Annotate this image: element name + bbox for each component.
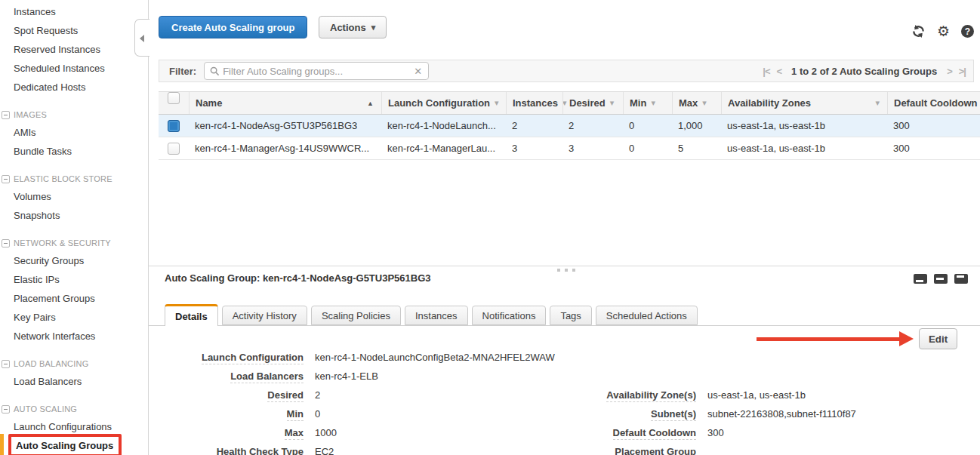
annotation-arrow-head — [899, 331, 914, 346]
sidebar-item-bundle-tasks[interactable]: Bundle Tasks — [0, 142, 148, 161]
tab-instances[interactable]: Instances — [405, 306, 468, 325]
field-subnets: Subnet(s) subnet-22163808,subnet-f1110f8… — [557, 408, 856, 420]
panel-layout-bottom-icon[interactable] — [914, 274, 927, 284]
chevron-down-icon: ▾ — [371, 23, 376, 32]
field-desired: Desired 2 — [165, 389, 320, 401]
sidebar-item-security-groups[interactable]: Security Groups — [0, 251, 148, 270]
sidebar-section-ebs[interactable]: ELASTIC BLOCK STORE — [0, 171, 148, 187]
tab-scheduled-actions[interactable]: Scheduled Actions — [596, 306, 698, 325]
sidebar-section-network-security[interactable]: NETWORK & SECURITY — [0, 235, 148, 251]
sidebar-section-images[interactable]: IMAGES — [0, 106, 148, 123]
panel-layout-top-icon[interactable] — [954, 274, 968, 284]
table-row[interactable]: ken-rc4-1-ManagerAsg-14US9WWCR... ken-rc… — [159, 137, 980, 160]
actions-button-label: Actions — [330, 22, 366, 33]
column-header-desired[interactable]: Desired ▾ — [562, 92, 623, 114]
column-header-instances[interactable]: Instances ▾ — [506, 92, 562, 114]
sidebar-item-network-interfaces[interactable]: Network Interfaces — [0, 327, 148, 346]
tab-tags[interactable]: Tags — [550, 306, 591, 325]
gear-icon[interactable]: ⚙ — [937, 24, 950, 38]
cell-availability-zones: us-east-1a, us-east-1b — [721, 120, 887, 131]
actions-button[interactable]: Actions ▾ — [319, 16, 387, 38]
sidebar-section-load-balancing[interactable]: LOAD BALANCING — [0, 355, 148, 372]
column-label: Availability Zones — [728, 97, 811, 109]
paging-last-icon[interactable]: >| — [959, 66, 966, 77]
field-default-cooldown: Default Cooldown 300 — [557, 427, 724, 438]
cell-desired: 2 — [562, 120, 623, 131]
field-label: Placement Group — [557, 446, 696, 455]
column-header-name[interactable]: Name ▲ — [189, 92, 381, 114]
create-auto-scaling-group-button[interactable]: Create Auto Scaling group — [159, 16, 307, 38]
field-label: Availability Zone(s) — [557, 389, 696, 401]
cell-default-cooldown: 300 — [887, 143, 980, 154]
active-item-bar — [0, 434, 4, 455]
sidebar-item-scheduled-instances[interactable]: Scheduled Instances — [0, 59, 148, 78]
sidebar-item-key-pairs[interactable]: Key Pairs — [0, 308, 148, 327]
collapse-section-icon — [2, 111, 10, 119]
refresh-icon[interactable] — [911, 24, 926, 38]
panel-divider — [149, 266, 980, 266]
sidebar-item-instances[interactable]: Instances — [0, 2, 148, 21]
tab-activity-history[interactable]: Activity History — [222, 306, 307, 325]
paging-next-icon[interactable]: > — [947, 66, 952, 77]
help-icon[interactable]: ? — [961, 25, 974, 38]
sidebar-item-snapshots[interactable]: Snapshots — [0, 206, 148, 225]
field-min: Min 0 — [165, 408, 320, 420]
panel-layout-split-icon[interactable] — [934, 274, 948, 284]
pagination: |< < 1 to 2 of 2 Auto Scaling Groups > >… — [763, 66, 966, 77]
details-tabs: Details Activity History Scaling Policie… — [165, 304, 698, 326]
column-caret-icon: ▾ — [702, 98, 707, 108]
sidebar-section-auto-scaling[interactable]: AUTO SCALING — [0, 401, 148, 417]
field-value: 0 — [315, 408, 320, 420]
auto-scaling-groups-table: Name ▲ Launch Configuration ▾ Instances … — [159, 91, 980, 160]
column-label: Instances — [513, 97, 558, 109]
column-label: Max — [679, 97, 698, 109]
sidebar-item-spot-requests[interactable]: Spot Requests — [0, 21, 148, 40]
sidebar-item-reserved-instances[interactable]: Reserved Instances — [0, 40, 148, 59]
sidebar-item-dedicated-hosts[interactable]: Dedicated Hosts — [0, 78, 148, 97]
sidebar-collapse-handle[interactable] — [134, 19, 149, 57]
sidebar-item-load-balancers[interactable]: Load Balancers — [0, 372, 148, 391]
tab-details[interactable]: Details — [165, 304, 218, 326]
sidebar-item-volumes[interactable]: Volumes — [0, 187, 148, 206]
pagination-text: 1 to 2 of 2 Auto Scaling Groups — [791, 66, 937, 77]
paging-prev-icon[interactable]: < — [776, 66, 781, 77]
cell-desired: 3 — [562, 143, 623, 154]
column-header-availability-zones[interactable]: Availability Zones ▾ — [721, 92, 887, 114]
field-label: Max — [165, 427, 304, 438]
collapse-section-icon — [2, 175, 10, 183]
column-header-default-cooldown[interactable]: Default Cooldown — [887, 92, 980, 114]
tab-scaling-policies[interactable]: Scaling Policies — [311, 306, 401, 325]
field-label: Desired — [165, 389, 304, 401]
filter-bar: Filter: ✕ |< < 1 to 2 of 2 Auto Scaling … — [159, 60, 974, 82]
column-caret-icon: ▾ — [610, 98, 615, 108]
ec2-console: Instances Spot Requests Reserved Instanc… — [0, 0, 980, 455]
column-header-max[interactable]: Max ▾ — [672, 92, 721, 114]
clear-icon[interactable]: ✕ — [414, 66, 422, 77]
panel-resize-handle[interactable] — [557, 269, 575, 272]
select-all-checkbox[interactable] — [168, 92, 180, 104]
sidebar-item-placement-groups[interactable]: Placement Groups — [0, 289, 148, 308]
column-header-launch-configuration[interactable]: Launch Configuration ▾ — [381, 92, 506, 114]
sidebar-item-elastic-ips[interactable]: Elastic IPs — [0, 270, 148, 289]
annotation-red-box: Auto Scaling Groups — [8, 434, 122, 455]
paging-first-icon[interactable]: |< — [763, 66, 769, 77]
table-header-row: Name ▲ Launch Configuration ▾ Instances … — [159, 91, 980, 115]
cell-name: ken-rc4-1-ManagerAsg-14US9WWCR... — [189, 143, 381, 154]
row-checkbox[interactable] — [168, 143, 180, 155]
sort-ascending-icon: ▲ — [367, 100, 374, 107]
filter-input[interactable] — [220, 66, 414, 77]
sidebar-section-label: NETWORK & SECURITY — [14, 235, 111, 251]
search-box[interactable]: ✕ — [204, 62, 429, 80]
field-value: us-east-1a, us-east-1b — [707, 389, 806, 401]
row-checkbox[interactable] — [168, 120, 180, 132]
edit-button[interactable]: Edit — [919, 328, 957, 349]
cell-instances: 3 — [506, 143, 562, 154]
sidebar-item-amis[interactable]: AMIs — [0, 123, 148, 142]
sidebar-item-auto-scaling-groups[interactable]: Auto Scaling Groups — [0, 436, 148, 455]
column-caret-icon: ▾ — [495, 98, 499, 108]
tab-notifications[interactable]: Notifications — [472, 306, 547, 325]
panel-layout-controls — [914, 274, 968, 284]
table-row[interactable]: ken-rc4-1-NodeAsg-G5TU3P561BG3 ken-rc4-1… — [159, 115, 980, 137]
toolbar-icons: ⚙ ? — [911, 24, 974, 38]
column-header-min[interactable]: Min ▾ — [623, 92, 672, 114]
